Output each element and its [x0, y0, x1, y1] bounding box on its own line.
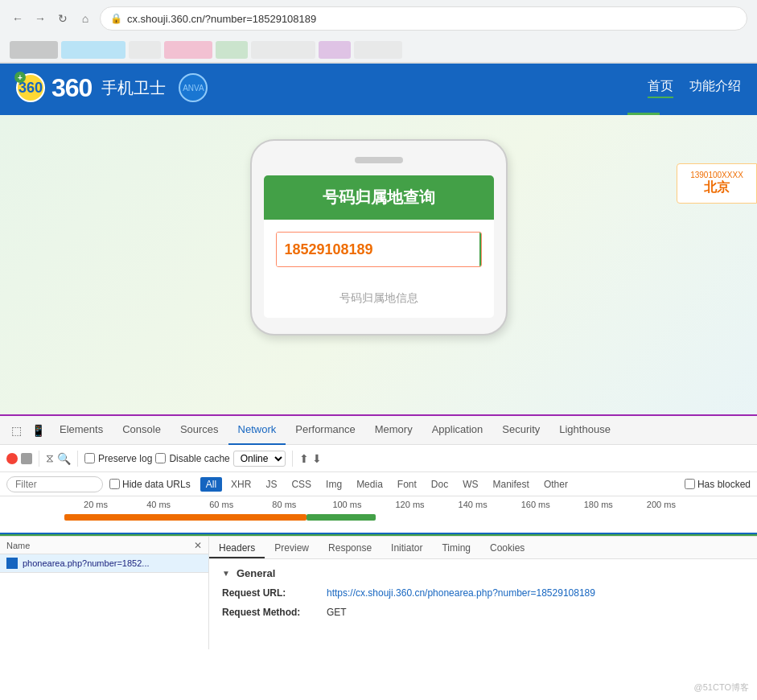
hide-data-urls-checkbox[interactable]: Hide data URLs — [109, 479, 191, 490]
tl-label-80ms: 80 ms — [253, 500, 315, 509]
tl-label-60ms: 60 ms — [190, 500, 253, 509]
home-button[interactable]: ⌂ — [77, 10, 93, 27]
stop-button[interactable] — [21, 453, 32, 464]
request-method-label: Request Method: — [222, 605, 327, 620]
logo-badge: ANVA — [179, 73, 208, 102]
filter-tags: All XHR JS CSS Img Media Font Doc WS Man… — [200, 477, 574, 492]
bookmark-item[interactable] — [10, 41, 58, 59]
bookmark-item[interactable] — [61, 41, 125, 59]
request-method-row: Request Method: GET — [222, 605, 744, 620]
filter-tag-manifest[interactable]: Manifest — [488, 477, 535, 492]
tab-sources[interactable]: Sources — [171, 416, 228, 445]
detail-section-title: ▼ General — [222, 567, 744, 579]
search-icon[interactable]: 🔍 — [57, 452, 71, 465]
tab-network[interactable]: Network — [228, 416, 286, 445]
phone-search-input[interactable] — [277, 233, 479, 266]
request-url-value: https://cx.shouji.360.cn/phonearea.php?n… — [327, 586, 595, 600]
filter-input[interactable] — [6, 476, 103, 492]
tab-console[interactable]: Console — [113, 416, 171, 445]
filter-tag-img[interactable]: Img — [320, 477, 348, 492]
detail-tab-preview[interactable]: Preview — [265, 539, 319, 558]
back-button[interactable]: ← — [10, 10, 26, 27]
timeline-blue-line — [0, 533, 757, 534]
tab-elements[interactable]: Elements — [50, 416, 113, 445]
close-detail-icon[interactable]: ✕ — [194, 540, 202, 551]
bookmark-item[interactable] — [129, 41, 161, 59]
request-url-row: Request URL: https://cx.shouji.360.cn/ph… — [222, 586, 744, 600]
network-list: Name ✕ phonearea.php?number=1852... — [0, 537, 209, 649]
detail-tab-headers[interactable]: Headers — [209, 539, 265, 558]
bookmark-item[interactable] — [251, 41, 315, 59]
search-button[interactable]: 🔍 — [479, 233, 482, 266]
detail-body: ▼ General Request URL: https://cx.shouji… — [209, 559, 757, 632]
filter-tag-xhr[interactable]: XHR — [225, 477, 257, 492]
tab-lighthouse[interactable]: Lighthouse — [549, 416, 620, 445]
bookmark-item[interactable] — [164, 41, 212, 59]
filter-tag-js[interactable]: JS — [260, 477, 282, 492]
timeline-labels: 20 ms 40 ms 60 ms 80 ms 100 ms 120 ms 14… — [0, 496, 757, 509]
tl-label-20ms: 20 ms — [64, 500, 127, 509]
detail-tab-initiator[interactable]: Initiator — [381, 539, 432, 558]
detail-tab-cookies[interactable]: Cookies — [480, 539, 534, 558]
detail-tab-response[interactable]: Response — [319, 539, 381, 558]
logo-text: 360 — [51, 73, 92, 103]
online-select[interactable]: Online — [233, 451, 286, 467]
network-col-headers: Name ✕ — [0, 537, 208, 554]
record-button[interactable] — [6, 453, 18, 464]
filter-tag-doc[interactable]: Doc — [426, 477, 454, 492]
device-icon-btn[interactable]: 📱 — [27, 421, 50, 440]
tab-memory[interactable]: Memory — [365, 416, 422, 445]
site-header: + 360 360 手机卫士 ANVA 首页 功能介绍 — [0, 64, 757, 112]
tl-label-100ms: 100 ms — [315, 500, 378, 509]
filter-icon[interactable]: ⧖ — [46, 451, 54, 465]
tab-application[interactable]: Application — [422, 416, 493, 445]
url-text: cx.shouji.360.cn/?number=18529108189 — [127, 13, 316, 25]
lock-icon: 🔒 — [110, 13, 122, 24]
devtools-tabs: ⬚ 📱 Elements Console Sources Network Per… — [0, 416, 757, 445]
timeline-green-line — [0, 534, 757, 536]
logo-subtitle: 手机卫士 — [101, 77, 166, 99]
download-icon[interactable]: ⬇ — [312, 452, 322, 465]
bookmark-item[interactable] — [216, 41, 248, 59]
tab-security[interactable]: Security — [492, 416, 549, 445]
filter-tag-font[interactable]: Font — [392, 477, 422, 492]
filter-bar: Hide data URLs All XHR JS CSS Img Media … — [0, 472, 757, 496]
search-input-row: 🔍 — [276, 232, 482, 267]
forward-button[interactable]: → — [32, 10, 48, 27]
site-logo: + 360 360 手机卫士 ANVA — [16, 73, 208, 103]
logo-plus: + — [14, 72, 26, 83]
filter-tag-css[interactable]: CSS — [286, 477, 317, 492]
filter-tag-all[interactable]: All — [200, 477, 222, 492]
nav-home[interactable]: 首页 — [648, 78, 673, 98]
search-header: 号码归属地查询 — [264, 175, 494, 220]
nav-features[interactable]: 功能介绍 — [689, 78, 741, 98]
bookmark-item[interactable] — [354, 41, 402, 59]
filter-tag-other[interactable]: Other — [538, 477, 574, 492]
reload-button[interactable]: ↻ — [55, 10, 71, 27]
inspect-icon-btn[interactable]: ⬚ — [6, 421, 27, 440]
preserve-log-checkbox[interactable]: Preserve log — [84, 453, 152, 464]
tl-label-120ms: 120 ms — [378, 500, 441, 509]
address-bar[interactable]: 🔒 cx.shouji.360.cn/?number=18529108189 — [100, 6, 747, 31]
filter-tag-media[interactable]: Media — [351, 477, 389, 492]
logo-circle: + 360 — [16, 73, 45, 102]
page-content: + 360 360 手机卫士 ANVA 首页 功能介绍 号码归属地查询 — [0, 64, 757, 474]
network-list-item[interactable]: phonearea.php?number=1852... — [0, 554, 208, 573]
tl-label-200ms: 200 ms — [630, 500, 693, 509]
upload-icon[interactable]: ⬆ — [299, 452, 309, 465]
detail-tab-timing[interactable]: Timing — [432, 539, 480, 558]
filter-tag-ws[interactable]: WS — [457, 477, 483, 492]
side-card: 1390100XXXX 北京 — [677, 163, 757, 204]
tab-performance[interactable]: Performance — [286, 416, 364, 445]
file-icon — [6, 558, 18, 569]
bookmark-item[interactable] — [319, 41, 351, 59]
phone-screen: 号码归属地查询 🔍 号码归属地信息 — [264, 175, 494, 318]
devtools-panel: ⬚ 📱 Elements Console Sources Network Per… — [0, 414, 757, 700]
toolbar-divider-2 — [77, 451, 78, 467]
side-card-number: 1390100XXXX — [684, 171, 750, 179]
devtools-toolbar: ⧖ 🔍 Preserve log Disable cache Online ⬆ … — [0, 445, 757, 472]
side-card-city: 北京 — [684, 179, 750, 196]
disable-cache-checkbox[interactable]: Disable cache — [155, 453, 229, 464]
has-blocked-checkbox[interactable]: Has blocked — [685, 479, 751, 490]
tl-label-160ms: 160 ms — [504, 500, 567, 509]
